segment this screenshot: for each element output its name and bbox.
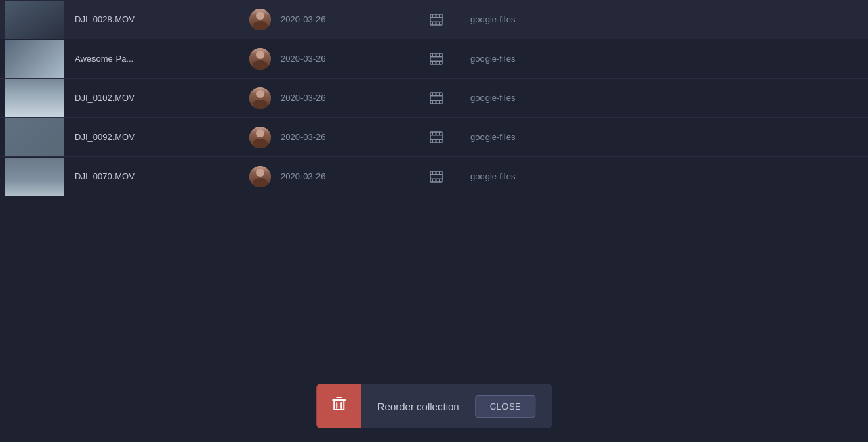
svg-rect-37 bbox=[430, 174, 442, 175]
reorder-label: Reorder collection bbox=[377, 401, 459, 412]
svg-rect-13 bbox=[432, 62, 433, 64]
avatar bbox=[249, 9, 271, 30]
svg-rect-34 bbox=[439, 132, 440, 135]
svg-rect-25 bbox=[439, 93, 440, 95]
file-date: 2020-03-26 bbox=[281, 14, 416, 24]
file-name: Awesome Pa... bbox=[64, 53, 240, 64]
file-list: DJI_0028.MOV 2020-03-26 google-files Awe… bbox=[0, 0, 868, 196]
file-date: 2020-03-26 bbox=[281, 53, 416, 64]
file-thumbnail bbox=[5, 1, 64, 39]
file-thumbnail bbox=[5, 79, 64, 117]
table-row[interactable]: DJI_0092.MOV 2020-03-26 google-files bbox=[0, 118, 868, 157]
svg-rect-14 bbox=[436, 53, 437, 56]
svg-rect-21 bbox=[432, 93, 433, 95]
svg-rect-45 bbox=[332, 399, 346, 401]
svg-rect-5 bbox=[436, 14, 437, 17]
avatar-cell bbox=[240, 166, 281, 187]
film-icon-cell bbox=[416, 131, 457, 144]
film-icon bbox=[430, 170, 443, 183]
svg-rect-33 bbox=[436, 140, 437, 143]
delete-button[interactable] bbox=[316, 384, 361, 428]
avatar-cell bbox=[240, 9, 281, 30]
svg-rect-50 bbox=[336, 402, 337, 409]
film-icon-cell bbox=[416, 170, 457, 183]
svg-rect-4 bbox=[432, 22, 433, 25]
file-source: google-files bbox=[457, 93, 863, 103]
svg-rect-31 bbox=[432, 140, 433, 143]
file-name: DJI_0092.MOV bbox=[64, 132, 240, 142]
svg-rect-29 bbox=[430, 139, 442, 140]
svg-rect-38 bbox=[430, 178, 442, 179]
svg-rect-24 bbox=[436, 101, 437, 104]
file-source: google-files bbox=[457, 171, 863, 181]
svg-rect-22 bbox=[432, 101, 433, 104]
svg-rect-1 bbox=[430, 17, 442, 18]
film-icon bbox=[430, 13, 443, 26]
svg-rect-12 bbox=[432, 53, 433, 56]
file-source: google-files bbox=[457, 14, 863, 24]
film-icon-cell bbox=[416, 13, 457, 26]
svg-rect-35 bbox=[439, 140, 440, 143]
action-bar: Reorder collection CLOSE bbox=[316, 384, 552, 428]
avatar-cell bbox=[240, 127, 281, 148]
svg-rect-26 bbox=[439, 101, 440, 104]
avatar-cell bbox=[240, 87, 281, 109]
film-icon bbox=[430, 131, 443, 144]
svg-rect-46 bbox=[336, 397, 342, 398]
svg-rect-7 bbox=[439, 14, 440, 17]
film-icon bbox=[430, 52, 443, 66]
file-thumbnail bbox=[5, 158, 64, 196]
svg-rect-20 bbox=[430, 100, 442, 101]
table-row[interactable]: Awesome Pa... 2020-03-26 google-files bbox=[0, 39, 868, 79]
svg-rect-41 bbox=[436, 171, 437, 174]
trash-icon bbox=[331, 396, 346, 416]
svg-rect-10 bbox=[430, 56, 442, 58]
file-name: DJI_0070.MOV bbox=[64, 171, 240, 181]
svg-rect-48 bbox=[343, 401, 344, 410]
svg-rect-40 bbox=[432, 179, 433, 182]
file-thumbnail bbox=[5, 118, 64, 156]
avatar-silhouette bbox=[249, 87, 271, 109]
svg-rect-15 bbox=[436, 62, 437, 64]
file-name: DJI_0028.MOV bbox=[64, 14, 240, 24]
svg-rect-2 bbox=[430, 21, 442, 22]
svg-rect-30 bbox=[432, 132, 433, 135]
svg-rect-39 bbox=[432, 171, 433, 174]
svg-rect-32 bbox=[436, 132, 437, 135]
svg-rect-6 bbox=[436, 22, 437, 25]
svg-rect-16 bbox=[439, 53, 440, 56]
file-date: 2020-03-26 bbox=[281, 132, 416, 142]
avatar bbox=[249, 48, 271, 70]
svg-rect-49 bbox=[333, 409, 344, 410]
avatar bbox=[249, 87, 271, 109]
file-date: 2020-03-26 bbox=[281, 93, 416, 103]
film-icon bbox=[430, 91, 443, 105]
svg-rect-28 bbox=[430, 135, 442, 136]
svg-rect-11 bbox=[430, 60, 442, 62]
table-row[interactable]: DJI_0028.MOV 2020-03-26 google-files bbox=[0, 0, 868, 39]
film-icon-cell bbox=[416, 91, 457, 105]
svg-rect-17 bbox=[439, 62, 440, 64]
svg-rect-43 bbox=[439, 171, 440, 174]
avatar bbox=[249, 166, 271, 187]
close-button[interactable]: CLOSE bbox=[476, 395, 536, 418]
file-thumbnail bbox=[5, 40, 64, 78]
svg-rect-19 bbox=[430, 95, 442, 97]
svg-rect-23 bbox=[436, 93, 437, 95]
avatar-cell bbox=[240, 48, 281, 70]
avatar-silhouette bbox=[249, 9, 271, 30]
file-name: DJI_0102.MOV bbox=[64, 93, 240, 103]
avatar-silhouette bbox=[249, 166, 271, 187]
svg-rect-44 bbox=[439, 179, 440, 182]
table-row[interactable]: DJI_0070.MOV 2020-03-26 google-files bbox=[0, 157, 868, 196]
avatar bbox=[249, 127, 271, 148]
table-row[interactable]: DJI_0102.MOV 2020-03-26 google-files bbox=[0, 79, 868, 118]
file-date: 2020-03-26 bbox=[281, 171, 416, 181]
file-source: google-files bbox=[457, 53, 863, 64]
svg-rect-47 bbox=[333, 401, 335, 410]
file-source: google-files bbox=[457, 132, 863, 142]
film-icon-cell bbox=[416, 52, 457, 66]
svg-rect-3 bbox=[432, 14, 433, 17]
svg-rect-51 bbox=[340, 402, 342, 409]
reorder-bar: Reorder collection CLOSE bbox=[361, 384, 552, 428]
